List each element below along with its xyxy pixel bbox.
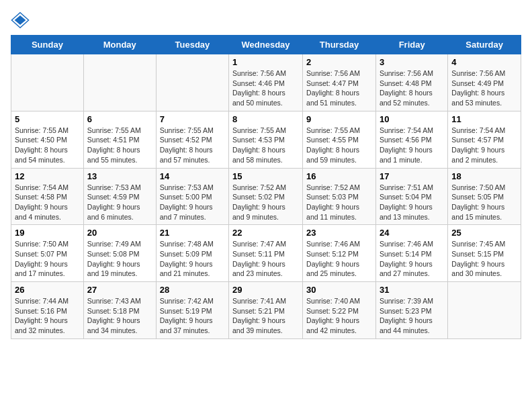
day-number: 1 <box>232 57 299 67</box>
calendar-cell: 16Sunrise: 7:52 AMSunset: 5:03 PMDayligh… <box>303 168 376 225</box>
day-info: Sunrise: 7:55 AMSunset: 4:53 PMDaylight:… <box>232 126 299 165</box>
day-info: Sunrise: 7:54 AMSunset: 4:57 PMDaylight:… <box>451 126 517 165</box>
day-info: Sunrise: 7:54 AMSunset: 4:56 PMDaylight:… <box>380 126 444 165</box>
calendar-cell: 12Sunrise: 7:54 AMSunset: 4:58 PMDayligh… <box>11 168 84 225</box>
calendar-cell: 28Sunrise: 7:42 AMSunset: 5:19 PMDayligh… <box>156 282 228 339</box>
calendar-cell: 1Sunrise: 7:56 AMSunset: 4:46 PMDaylight… <box>229 54 303 111</box>
calendar-cell <box>11 54 84 111</box>
calendar-week-row: 1Sunrise: 7:56 AMSunset: 4:46 PMDaylight… <box>11 54 521 111</box>
day-number: 27 <box>87 285 152 295</box>
logo-icon <box>11 11 30 30</box>
calendar-week-row: 26Sunrise: 7:44 AMSunset: 5:16 PMDayligh… <box>11 282 521 339</box>
day-info: Sunrise: 7:56 AMSunset: 4:49 PMDaylight:… <box>451 68 517 108</box>
day-number: 16 <box>306 171 372 181</box>
calendar-cell: 20Sunrise: 7:49 AMSunset: 5:08 PMDayligh… <box>83 225 156 282</box>
day-number: 12 <box>15 171 80 181</box>
day-number: 11 <box>451 114 517 124</box>
weekday-header: Saturday <box>448 36 521 54</box>
day-info: Sunrise: 7:52 AMSunset: 5:03 PMDaylight:… <box>306 183 372 222</box>
day-number: 7 <box>160 114 225 124</box>
day-info: Sunrise: 7:42 AMSunset: 5:19 PMDaylight:… <box>160 296 225 336</box>
day-info: Sunrise: 7:49 AMSunset: 5:08 PMDaylight:… <box>87 239 152 279</box>
day-number: 14 <box>160 171 225 181</box>
weekday-header: Monday <box>83 36 156 54</box>
day-number: 26 <box>15 285 80 295</box>
day-number: 15 <box>232 171 299 181</box>
calendar-cell <box>83 54 156 111</box>
day-info: Sunrise: 7:43 AMSunset: 5:18 PMDaylight:… <box>87 296 152 336</box>
calendar-cell <box>448 282 521 339</box>
day-number: 29 <box>232 285 299 295</box>
calendar-cell: 2Sunrise: 7:56 AMSunset: 4:47 PMDaylight… <box>303 54 376 111</box>
day-number: 30 <box>306 285 372 295</box>
day-number: 2 <box>306 57 372 67</box>
calendar-cell: 22Sunrise: 7:47 AMSunset: 5:11 PMDayligh… <box>229 225 303 282</box>
calendar-cell: 19Sunrise: 7:50 AMSunset: 5:07 PMDayligh… <box>11 225 84 282</box>
day-number: 13 <box>87 171 152 181</box>
day-info: Sunrise: 7:52 AMSunset: 5:02 PMDaylight:… <box>232 183 299 222</box>
weekday-header: Tuesday <box>156 36 228 54</box>
day-number: 28 <box>160 285 225 295</box>
day-info: Sunrise: 7:55 AMSunset: 4:51 PMDaylight:… <box>87 126 152 165</box>
calendar-cell: 7Sunrise: 7:55 AMSunset: 4:52 PMDaylight… <box>156 111 228 168</box>
calendar-cell: 21Sunrise: 7:48 AMSunset: 5:09 PMDayligh… <box>156 225 228 282</box>
day-info: Sunrise: 7:48 AMSunset: 5:09 PMDaylight:… <box>160 239 225 279</box>
day-info: Sunrise: 7:56 AMSunset: 4:48 PMDaylight:… <box>380 68 444 108</box>
calendar-cell: 24Sunrise: 7:46 AMSunset: 5:14 PMDayligh… <box>375 225 447 282</box>
calendar-cell: 6Sunrise: 7:55 AMSunset: 4:51 PMDaylight… <box>83 111 156 168</box>
calendar-cell: 8Sunrise: 7:55 AMSunset: 4:53 PMDaylight… <box>229 111 303 168</box>
weekday-header: Sunday <box>11 36 84 54</box>
day-number: 19 <box>15 228 80 238</box>
calendar-cell: 31Sunrise: 7:39 AMSunset: 5:23 PMDayligh… <box>375 282 447 339</box>
day-info: Sunrise: 7:54 AMSunset: 4:58 PMDaylight:… <box>15 183 80 222</box>
day-number: 5 <box>15 114 80 124</box>
day-number: 18 <box>451 171 517 181</box>
weekday-header: Wednesday <box>229 36 303 54</box>
calendar-cell: 10Sunrise: 7:54 AMSunset: 4:56 PMDayligh… <box>375 111 447 168</box>
day-number: 6 <box>87 114 152 124</box>
day-number: 3 <box>380 57 444 67</box>
calendar-week-row: 12Sunrise: 7:54 AMSunset: 4:58 PMDayligh… <box>11 168 521 225</box>
day-number: 24 <box>380 228 444 238</box>
day-number: 25 <box>451 228 517 238</box>
day-number: 8 <box>232 114 299 124</box>
calendar-cell: 26Sunrise: 7:44 AMSunset: 5:16 PMDayligh… <box>11 282 84 339</box>
calendar-cell: 18Sunrise: 7:50 AMSunset: 5:05 PMDayligh… <box>448 168 521 225</box>
calendar-cell: 15Sunrise: 7:52 AMSunset: 5:02 PMDayligh… <box>229 168 303 225</box>
day-info: Sunrise: 7:53 AMSunset: 5:00 PMDaylight:… <box>160 183 225 222</box>
day-number: 21 <box>160 228 225 238</box>
calendar-cell: 23Sunrise: 7:46 AMSunset: 5:12 PMDayligh… <box>303 225 376 282</box>
weekday-header-row: SundayMondayTuesdayWednesdayThursdayFrid… <box>11 36 521 54</box>
calendar-cell: 29Sunrise: 7:41 AMSunset: 5:21 PMDayligh… <box>229 282 303 339</box>
page-header <box>11 11 521 30</box>
day-number: 17 <box>380 171 444 181</box>
calendar-cell: 3Sunrise: 7:56 AMSunset: 4:48 PMDaylight… <box>375 54 447 111</box>
day-info: Sunrise: 7:55 AMSunset: 4:52 PMDaylight:… <box>160 126 225 165</box>
day-info: Sunrise: 7:46 AMSunset: 5:12 PMDaylight:… <box>306 239 372 279</box>
day-info: Sunrise: 7:46 AMSunset: 5:14 PMDaylight:… <box>380 239 444 279</box>
day-number: 4 <box>451 57 517 67</box>
day-number: 9 <box>306 114 372 124</box>
day-number: 23 <box>306 228 372 238</box>
day-number: 22 <box>232 228 299 238</box>
day-info: Sunrise: 7:45 AMSunset: 5:15 PMDaylight:… <box>451 239 517 279</box>
calendar-cell: 5Sunrise: 7:55 AMSunset: 4:50 PMDaylight… <box>11 111 84 168</box>
calendar-cell: 14Sunrise: 7:53 AMSunset: 5:00 PMDayligh… <box>156 168 228 225</box>
calendar-cell: 4Sunrise: 7:56 AMSunset: 4:49 PMDaylight… <box>448 54 521 111</box>
logo <box>11 11 32 30</box>
calendar-cell: 17Sunrise: 7:51 AMSunset: 5:04 PMDayligh… <box>375 168 447 225</box>
calendar-cell: 25Sunrise: 7:45 AMSunset: 5:15 PMDayligh… <box>448 225 521 282</box>
svg-marker-1 <box>15 15 26 25</box>
calendar-cell: 11Sunrise: 7:54 AMSunset: 4:57 PMDayligh… <box>448 111 521 168</box>
day-info: Sunrise: 7:56 AMSunset: 4:46 PMDaylight:… <box>232 68 299 108</box>
day-info: Sunrise: 7:41 AMSunset: 5:21 PMDaylight:… <box>232 296 299 336</box>
calendar-table: SundayMondayTuesdayWednesdayThursdayFrid… <box>11 35 521 339</box>
day-info: Sunrise: 7:50 AMSunset: 5:05 PMDaylight:… <box>451 183 517 222</box>
calendar-cell: 13Sunrise: 7:53 AMSunset: 4:59 PMDayligh… <box>83 168 156 225</box>
calendar-cell: 27Sunrise: 7:43 AMSunset: 5:18 PMDayligh… <box>83 282 156 339</box>
day-number: 31 <box>380 285 444 295</box>
calendar-week-row: 19Sunrise: 7:50 AMSunset: 5:07 PMDayligh… <box>11 225 521 282</box>
day-info: Sunrise: 7:40 AMSunset: 5:22 PMDaylight:… <box>306 296 372 336</box>
day-info: Sunrise: 7:55 AMSunset: 4:50 PMDaylight:… <box>15 126 80 165</box>
day-info: Sunrise: 7:47 AMSunset: 5:11 PMDaylight:… <box>232 239 299 279</box>
